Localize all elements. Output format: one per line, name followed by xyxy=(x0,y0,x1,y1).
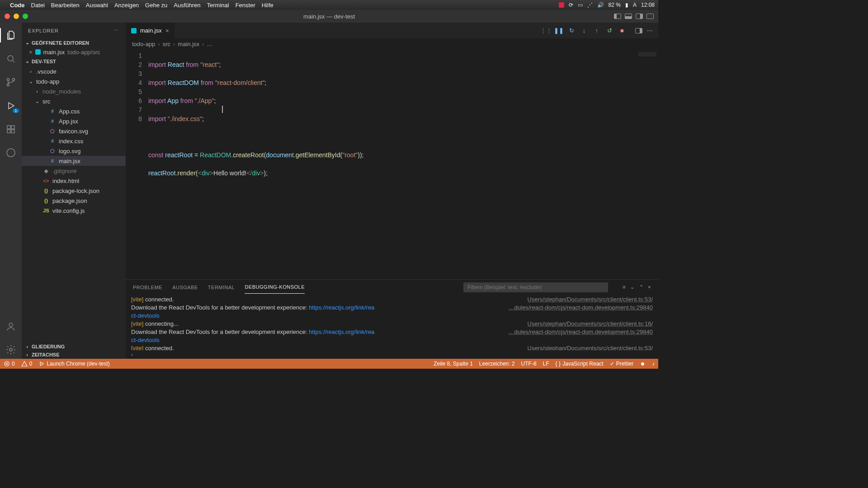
menu-ausfuehren[interactable]: Ausführen xyxy=(174,2,200,9)
editor-more-icon[interactable]: ⋯ xyxy=(647,27,654,34)
breadcrumb-item[interactable]: main.jsx xyxy=(178,41,199,47)
step-out-icon[interactable]: ↑ xyxy=(593,27,601,35)
menu-datei[interactable]: Datei xyxy=(31,2,45,9)
toggle-secondary-sidebar-icon[interactable] xyxy=(636,14,643,19)
activity-extensions[interactable] xyxy=(0,120,22,138)
status-encoding[interactable]: UTF-8 xyxy=(521,361,537,367)
gear-icon xyxy=(5,344,16,355)
tree-item-label: index.css xyxy=(59,138,83,145)
toggle-panel-icon[interactable] xyxy=(625,14,632,19)
panel-tab-debug-console[interactable]: DEBUGGING-KONSOLE xyxy=(245,281,305,294)
file-logo.svg[interactable]: ⬠logo.svg xyxy=(22,146,126,156)
explorer-more-icon[interactable]: ⋯ xyxy=(113,28,119,33)
debug-console-filter-input[interactable] xyxy=(463,282,608,292)
console-row: [vite] connected.Users/stephan/Documents… xyxy=(131,296,653,304)
outline-header[interactable]: › GLIEDERUNG xyxy=(22,343,126,351)
folder-.vscode[interactable]: ›.vscode xyxy=(22,66,126,76)
toggle-sidebar-icon[interactable] xyxy=(614,14,621,19)
activity-search[interactable] xyxy=(0,50,22,68)
menu-terminal[interactable]: Terminal xyxy=(207,2,229,9)
file-package-lock.json[interactable]: {}package-lock.json xyxy=(22,186,126,196)
file-tree: ›.vscode⌄todo-app›node_modules⌄src#App.c… xyxy=(22,66,126,216)
code-editor[interactable]: 12345678 import React from "react"; impo… xyxy=(126,49,631,279)
folder-src[interactable]: ⌄src xyxy=(22,96,126,106)
status-prettier[interactable]: ✓ Prettier xyxy=(610,361,634,367)
status-language[interactable]: { } JavaScript React xyxy=(556,361,604,367)
panel-tab-ausgabe[interactable]: AUSGABE xyxy=(172,281,198,294)
breadcrumb-item[interactable]: … xyxy=(207,41,212,47)
menu-bearbeiten[interactable]: Bearbeiten xyxy=(51,2,80,9)
file-App.css[interactable]: #App.css xyxy=(22,106,126,116)
file-favicon.svg[interactable]: ⬠favicon.svg xyxy=(22,126,126,136)
split-editor-icon[interactable] xyxy=(635,28,642,33)
collapse-icon[interactable]: ⌄ xyxy=(630,284,635,290)
code-content[interactable]: import React from "react"; import ReactD… xyxy=(148,49,631,279)
status-warnings[interactable]: 0 xyxy=(21,361,33,367)
recording-icon[interactable] xyxy=(559,2,564,8)
svg-rect-7 xyxy=(11,126,14,129)
activity-remote[interactable] xyxy=(0,144,22,162)
status-cursor-position[interactable]: Zeile 8, Spalte 1 xyxy=(434,361,473,367)
folder-todo-app[interactable]: ⌄todo-app xyxy=(22,76,126,86)
file-vite.config.js[interactable]: JSvite.config.js xyxy=(22,206,126,216)
open-editors-header[interactable]: ⌄ GEÖFFNETE EDITOREN xyxy=(22,38,126,47)
traffic-lights[interactable] xyxy=(5,14,28,19)
folder-node_modules[interactable]: ›node_modules xyxy=(22,86,126,96)
activity-debug[interactable]: 1 xyxy=(0,97,22,115)
status-indentation[interactable]: Leerzeichen: 2 xyxy=(479,361,515,367)
menu-auswahl[interactable]: Auswahl xyxy=(86,2,108,9)
breadcrumb-item[interactable]: src xyxy=(163,41,170,47)
clear-console-icon[interactable]: ≡ xyxy=(623,284,626,290)
expand-icon[interactable]: ⌃ xyxy=(639,284,644,290)
status-eol[interactable]: LF xyxy=(543,361,549,367)
open-editor-item[interactable]: × main.jsx todo-app/src xyxy=(22,47,126,57)
restart-icon[interactable]: ↺ xyxy=(605,27,613,35)
panel-tab-probleme[interactable]: PROBLEME xyxy=(133,281,162,294)
app-menu[interactable]: Code xyxy=(10,2,25,9)
open-editor-name: main.jsx xyxy=(43,49,65,56)
close-panel-icon[interactable]: × xyxy=(648,284,651,290)
status-launch-config[interactable]: Launch Chrome (dev-test) xyxy=(38,361,109,367)
panel-tab-terminal[interactable]: TERMINAL xyxy=(208,281,235,294)
workspace-header[interactable]: ⌄ DEV-TEST xyxy=(22,57,126,66)
chevron-down-icon: ⌄ xyxy=(24,58,30,64)
menu-gehezu[interactable]: Gehe zu xyxy=(145,2,167,9)
activity-scm[interactable] xyxy=(0,73,22,91)
menu-hilfe[interactable]: Hilfe xyxy=(262,2,274,9)
tab-main-jsx[interactable]: main.jsx × xyxy=(126,23,175,38)
activity-account[interactable] xyxy=(0,317,22,335)
pause-icon[interactable]: ❚❚ xyxy=(555,27,563,35)
activity-explorer[interactable] xyxy=(0,26,22,44)
customize-layout-icon[interactable] xyxy=(646,14,654,19)
file-package.json[interactable]: {}package.json xyxy=(22,196,126,206)
zoom-window-button[interactable] xyxy=(23,14,28,19)
minimize-window-button[interactable] xyxy=(14,14,19,19)
menu-anzeigen[interactable]: Anzeigen xyxy=(114,2,139,9)
status-bell-icon[interactable]: ♪ xyxy=(652,361,655,367)
status-feedback-icon[interactable]: ☻ xyxy=(640,361,646,367)
debug-console-input[interactable]: › xyxy=(126,350,658,359)
menu-fenster[interactable]: Fenster xyxy=(236,2,255,9)
close-window-button[interactable] xyxy=(5,14,10,19)
file-index.css[interactable]: #index.css xyxy=(22,136,126,146)
breadcrumb-item[interactable]: todo-app xyxy=(132,41,155,47)
step-over-icon[interactable]: ↻ xyxy=(567,27,576,35)
breadcrumbs[interactable]: todo-app› src› main.jsx› … xyxy=(126,38,658,49)
debug-console-output[interactable]: [vite] connected.Users/stephan/Documents… xyxy=(126,295,658,350)
file-main.jsx[interactable]: #main.jsx xyxy=(22,156,126,166)
step-into-icon[interactable]: ↓ xyxy=(580,27,588,35)
drag-handle-icon[interactable]: ⋮⋮ xyxy=(542,27,550,35)
file-.gitignore[interactable]: ◆.gitignore xyxy=(22,166,126,176)
close-icon[interactable]: × xyxy=(165,27,169,34)
minimap[interactable] xyxy=(631,49,658,279)
timeline-header[interactable]: › ZEITACHSE xyxy=(22,351,126,359)
stop-icon[interactable]: ■ xyxy=(618,27,626,35)
file-App.jsx[interactable]: #App.jsx xyxy=(22,116,126,126)
activity-settings[interactable] xyxy=(0,341,22,359)
status-errors[interactable]: 0 xyxy=(4,361,15,367)
close-icon[interactable]: × xyxy=(29,49,33,56)
tree-item-label: package.json xyxy=(52,197,87,204)
file-index.html[interactable]: <>index.html xyxy=(22,176,126,186)
chevron-down-icon: ⌄ xyxy=(34,99,40,104)
tree-item-label: .vscode xyxy=(36,68,57,75)
